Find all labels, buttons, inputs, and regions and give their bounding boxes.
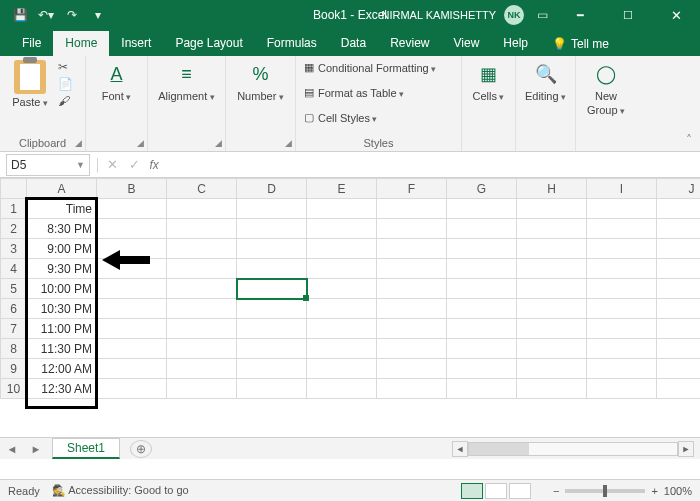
col-header[interactable]: B (97, 179, 167, 199)
zoom-thumb[interactable] (603, 485, 607, 497)
cell[interactable]: 9:30 PM (27, 259, 97, 279)
cell[interactable] (447, 259, 517, 279)
cell[interactable] (517, 279, 587, 299)
cell[interactable] (517, 259, 587, 279)
row-header[interactable]: 6 (1, 299, 27, 319)
cell[interactable] (447, 339, 517, 359)
cell[interactable]: Time (27, 199, 97, 219)
col-header[interactable]: F (377, 179, 447, 199)
cell[interactable] (167, 359, 237, 379)
row-header[interactable]: 4 (1, 259, 27, 279)
cell[interactable] (377, 279, 447, 299)
cell[interactable] (447, 219, 517, 239)
cell[interactable] (307, 259, 377, 279)
cell[interactable] (167, 219, 237, 239)
cell[interactable] (307, 239, 377, 259)
sheet-nav-prev-icon[interactable]: ◄ (0, 443, 24, 455)
cell[interactable]: 10:30 PM (27, 299, 97, 319)
cell[interactable]: 9:00 PM (27, 239, 97, 259)
cell[interactable] (447, 359, 517, 379)
format-as-table[interactable]: ▤Format as Table (304, 85, 404, 100)
cell[interactable] (587, 259, 657, 279)
cell[interactable] (587, 339, 657, 359)
cell[interactable] (97, 339, 167, 359)
tab-home[interactable]: Home (53, 31, 109, 56)
cell[interactable]: 11:30 PM (27, 339, 97, 359)
col-header[interactable]: D (237, 179, 307, 199)
cell[interactable]: 12:00 AM (27, 359, 97, 379)
cell[interactable] (307, 359, 377, 379)
cell[interactable] (377, 319, 447, 339)
col-header[interactable]: A (27, 179, 97, 199)
cell[interactable] (377, 219, 447, 239)
hscroll-thumb[interactable] (469, 443, 529, 455)
tab-data[interactable]: Data (329, 31, 378, 56)
cell[interactable] (587, 219, 657, 239)
cell[interactable] (657, 319, 701, 339)
row-header[interactable]: 9 (1, 359, 27, 379)
cell[interactable] (447, 299, 517, 319)
cell[interactable] (97, 199, 167, 219)
cell[interactable] (237, 319, 307, 339)
cell[interactable] (167, 239, 237, 259)
cell[interactable] (657, 339, 701, 359)
redo-icon[interactable]: ↷ (62, 5, 82, 25)
cell[interactable]: 11:00 PM (27, 319, 97, 339)
cell[interactable] (377, 359, 447, 379)
fx-icon[interactable]: fx (150, 158, 159, 172)
cell[interactable] (97, 279, 167, 299)
alignment-launcher-icon[interactable]: ◢ (215, 138, 222, 148)
cell[interactable] (657, 259, 701, 279)
cell[interactable] (587, 279, 657, 299)
cell[interactable] (97, 239, 167, 259)
cell[interactable] (377, 239, 447, 259)
cell[interactable]: 8:30 PM (27, 219, 97, 239)
cell[interactable] (447, 279, 517, 299)
sheet-nav-next-icon[interactable]: ► (24, 443, 48, 455)
cell[interactable] (97, 259, 167, 279)
tab-view[interactable]: View (442, 31, 492, 56)
cell[interactable] (307, 199, 377, 219)
tab-review[interactable]: Review (378, 31, 441, 56)
col-header[interactable]: H (517, 179, 587, 199)
number-group[interactable]: %Number (237, 60, 284, 102)
col-header[interactable]: G (447, 179, 517, 199)
cell[interactable] (517, 219, 587, 239)
cell[interactable] (447, 239, 517, 259)
maximize-button[interactable] (608, 0, 648, 30)
cell[interactable] (587, 359, 657, 379)
cell[interactable] (587, 299, 657, 319)
cell[interactable] (377, 299, 447, 319)
new-group[interactable]: ◯NewGroup (587, 60, 625, 116)
tab-pagelayout[interactable]: Page Layout (163, 31, 254, 56)
row-header[interactable]: 1 (1, 199, 27, 219)
cell[interactable]: 10:00 PM (27, 279, 97, 299)
copy-icon[interactable]: 📄 (58, 77, 73, 91)
cell[interactable] (237, 219, 307, 239)
add-sheet-button[interactable]: ⊕ (130, 440, 152, 458)
cell[interactable] (237, 299, 307, 319)
row-header[interactable]: 5 (1, 279, 27, 299)
cell[interactable] (377, 339, 447, 359)
hscroll-left-icon[interactable]: ◄ (452, 441, 468, 457)
cell[interactable] (517, 359, 587, 379)
tab-file[interactable]: File (10, 31, 53, 56)
col-header[interactable]: E (307, 179, 377, 199)
row-header[interactable]: 2 (1, 219, 27, 239)
cell-styles[interactable]: ▢Cell Styles (304, 110, 377, 125)
status-accessibility[interactable]: 🕵 Accessibility: Good to go (52, 484, 189, 497)
editing-group[interactable]: 🔍Editing (525, 60, 566, 102)
col-header[interactable]: C (167, 179, 237, 199)
cell[interactable] (237, 199, 307, 219)
cell[interactable] (307, 299, 377, 319)
zoom-level[interactable]: 100% (664, 485, 692, 497)
zoom-slider[interactable] (565, 489, 645, 493)
clipboard-launcher-icon[interactable]: ◢ (75, 138, 82, 148)
zoom-out-button[interactable]: − (553, 485, 559, 497)
cell[interactable] (167, 259, 237, 279)
cell[interactable] (657, 199, 701, 219)
tab-insert[interactable]: Insert (109, 31, 163, 56)
cell[interactable] (377, 379, 447, 399)
hscroll-right-icon[interactable]: ► (678, 441, 694, 457)
cell[interactable] (517, 299, 587, 319)
